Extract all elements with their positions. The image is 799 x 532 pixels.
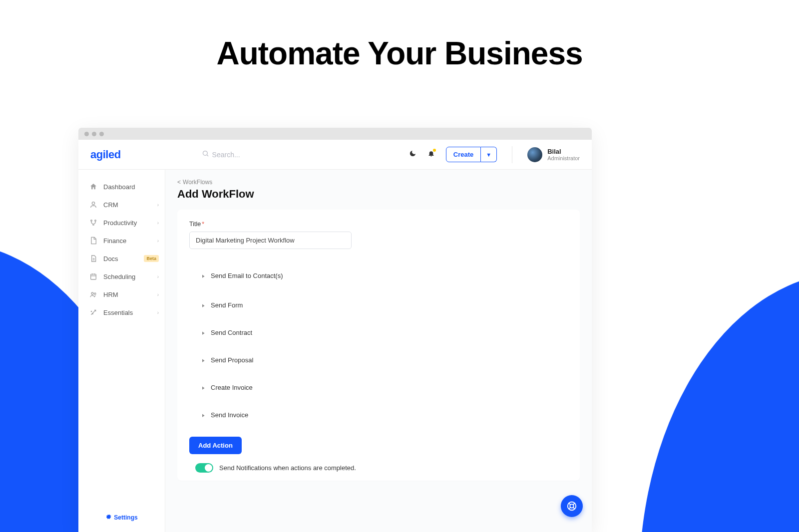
expand-icon: ▸ bbox=[202, 357, 205, 364]
wand-icon bbox=[89, 308, 97, 316]
branch-icon bbox=[89, 219, 97, 227]
sidebar-item-label: CRM bbox=[103, 201, 118, 209]
sidebar-item-label: Finance bbox=[103, 237, 126, 245]
svg-point-0 bbox=[203, 151, 207, 156]
sidebar-item-docs[interactable]: Docs Beta bbox=[78, 250, 165, 267]
svg-point-12 bbox=[91, 292, 93, 294]
workflow-form-card: Title* ▸ Send Email to Contact(s) ▸ Send… bbox=[177, 210, 580, 481]
notifications-icon[interactable] bbox=[427, 150, 435, 159]
settings-link[interactable]: Settings bbox=[78, 508, 165, 527]
notifications-toggle[interactable] bbox=[195, 463, 213, 473]
user-icon bbox=[89, 201, 97, 209]
user-name: Bilal bbox=[547, 148, 580, 155]
expand-icon: ▸ bbox=[202, 384, 205, 391]
help-button[interactable] bbox=[561, 495, 583, 517]
chevron-right-icon: › bbox=[157, 202, 159, 208]
search-wrap[interactable] bbox=[202, 150, 398, 159]
svg-rect-8 bbox=[91, 274, 96, 279]
svg-line-19 bbox=[573, 503, 575, 505]
hero-title: Automate Your Business bbox=[0, 0, 799, 72]
expand-icon: ▸ bbox=[202, 302, 205, 309]
avatar bbox=[527, 147, 542, 162]
create-dropdown[interactable]: ▼ bbox=[481, 147, 497, 162]
create-button-group: Create ▼ bbox=[446, 147, 497, 162]
document-icon bbox=[89, 237, 97, 245]
expand-icon: ▸ bbox=[202, 412, 205, 419]
svg-point-2 bbox=[92, 202, 94, 205]
browser-titlebar bbox=[78, 128, 592, 140]
expand-icon: ▸ bbox=[202, 272, 205, 279]
sidebar-item-scheduling[interactable]: Scheduling › bbox=[78, 267, 165, 285]
svg-line-20 bbox=[569, 508, 571, 510]
svg-point-13 bbox=[94, 293, 96, 294]
svg-line-1 bbox=[207, 155, 208, 156]
brand-logo[interactable]: agiled bbox=[90, 148, 121, 161]
gear-icon bbox=[105, 514, 111, 521]
sidebar-item-dashboard[interactable]: Dashboard bbox=[78, 178, 165, 196]
svg-point-14 bbox=[91, 311, 91, 311]
file-icon bbox=[89, 255, 97, 263]
sidebar-item-label: Essentials bbox=[103, 309, 133, 316]
chevron-left-icon: < bbox=[177, 179, 181, 186]
home-icon bbox=[89, 183, 97, 191]
sidebar-item-essentials[interactable]: Essentials › bbox=[78, 303, 165, 321]
chevron-right-icon: › bbox=[157, 238, 159, 244]
breadcrumb-label: WorkFlows bbox=[183, 179, 212, 186]
action-label: Send Proposal bbox=[211, 356, 253, 364]
people-icon bbox=[89, 290, 97, 298]
notifications-label: Send Notifications when actions are comp… bbox=[219, 464, 356, 472]
chevron-right-icon: › bbox=[157, 292, 159, 297]
main-content: < WorkFlows Add WorkFlow Title* ▸ Send E… bbox=[165, 170, 592, 532]
required-indicator: * bbox=[202, 221, 204, 228]
breadcrumb[interactable]: < WorkFlows bbox=[177, 179, 580, 186]
action-label: Send Email to Contact(s) bbox=[211, 272, 283, 279]
sidebar-item-label: Productivity bbox=[103, 219, 137, 227]
create-button[interactable]: Create bbox=[446, 147, 481, 162]
action-label: Create Invoice bbox=[211, 384, 253, 391]
svg-point-3 bbox=[91, 220, 92, 222]
beta-badge: Beta bbox=[144, 255, 159, 262]
title-input[interactable] bbox=[189, 232, 352, 249]
sidebar-item-label: Dashboard bbox=[103, 183, 135, 191]
user-role: Administrator bbox=[547, 155, 580, 161]
expand-icon: ▸ bbox=[202, 329, 205, 336]
workflow-action-row[interactable]: ▸ Send Contract bbox=[189, 322, 568, 343]
workflow-action-row[interactable]: ▸ Send Proposal bbox=[189, 349, 568, 371]
user-menu[interactable]: Bilal Administrator bbox=[527, 147, 580, 162]
calendar-icon bbox=[89, 272, 97, 280]
sidebar-item-productivity[interactable]: Productivity › bbox=[78, 214, 165, 232]
workflow-action-row[interactable]: ▸ Send Form bbox=[189, 294, 568, 316]
workflow-action-row[interactable]: ▸ Send Invoice bbox=[189, 404, 568, 426]
window-dot bbox=[92, 132, 96, 136]
notification-dot bbox=[433, 149, 436, 152]
svg-point-17 bbox=[570, 504, 573, 508]
sidebar-item-label: Docs bbox=[103, 255, 118, 263]
sidebar-item-hrm[interactable]: HRM › bbox=[78, 285, 165, 303]
action-label: Send Form bbox=[211, 301, 243, 309]
search-input[interactable] bbox=[212, 151, 312, 159]
sidebar: Dashboard CRM › Productivity › Finance › bbox=[78, 170, 165, 532]
sidebar-item-label: Scheduling bbox=[103, 273, 135, 280]
page-title: Add WorkFlow bbox=[177, 188, 580, 201]
svg-line-21 bbox=[573, 508, 575, 510]
chevron-right-icon: › bbox=[157, 274, 159, 279]
add-action-button[interactable]: Add Action bbox=[189, 437, 242, 454]
window-dot bbox=[99, 132, 104, 136]
sidebar-item-crm[interactable]: CRM › bbox=[78, 196, 165, 214]
dark-mode-toggle[interactable] bbox=[409, 150, 416, 159]
chevron-right-icon: › bbox=[157, 220, 159, 226]
settings-label: Settings bbox=[114, 514, 137, 521]
workflow-action-row[interactable]: ▸ Send Email to Contact(s) bbox=[189, 263, 568, 288]
workflow-action-row[interactable]: ▸ Create Invoice bbox=[189, 377, 568, 398]
browser-frame: agiled Create ▼ Bilal Administrator bbox=[78, 128, 592, 532]
window-dot bbox=[84, 132, 89, 136]
decorative-wave-right bbox=[629, 263, 799, 532]
title-label: Title* bbox=[189, 221, 568, 228]
action-label: Send Contract bbox=[211, 329, 252, 336]
svg-line-18 bbox=[569, 503, 571, 505]
sidebar-item-finance[interactable]: Finance › bbox=[78, 232, 165, 250]
chevron-right-icon: › bbox=[157, 310, 159, 315]
topbar: agiled Create ▼ Bilal Administrator bbox=[78, 140, 592, 170]
divider bbox=[512, 146, 512, 163]
action-label: Send Invoice bbox=[211, 411, 248, 419]
